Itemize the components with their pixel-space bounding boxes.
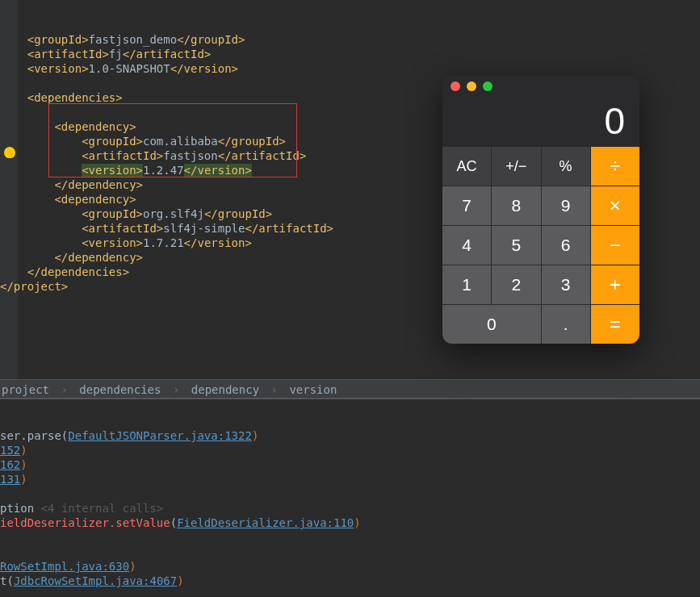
calc-0-button[interactable]: 0	[442, 305, 541, 344]
crumb-project[interactable]: project	[2, 383, 49, 396]
calc-3-button[interactable]: 3	[542, 265, 590, 304]
calc-percent-button[interactable]: %	[542, 147, 590, 186]
calc-equals-button[interactable]: =	[591, 305, 639, 344]
calc-ac-button[interactable]: AC	[442, 147, 491, 186]
calc-divide-button[interactable]: ÷	[591, 147, 639, 186]
calc-keypad: AC +/− % ÷ 7 8 9 × 4 5 6 − 1 2 3 + 0 . =	[442, 147, 639, 344]
crumb-version[interactable]: version	[289, 383, 337, 396]
stacktrace-link[interactable]: 162	[0, 458, 20, 471]
calc-9-button[interactable]: 9	[542, 186, 590, 225]
crumb-dependency[interactable]: dependency	[191, 383, 259, 396]
calc-dot-button[interactable]: .	[542, 305, 590, 344]
stacktrace-link[interactable]: FieldDeserializer.java:110	[177, 516, 354, 529]
calculator-window[interactable]: 0 AC +/− % ÷ 7 8 9 × 4 5 6 − 1 2 3 + 0 .…	[442, 76, 639, 344]
breadcrumb: project › dependencies › dependency › ve…	[0, 379, 700, 399]
calc-minus-button[interactable]: −	[591, 226, 639, 265]
calc-4-button[interactable]: 4	[442, 226, 491, 265]
calc-display: 0	[442, 97, 639, 147]
calc-8-button[interactable]: 8	[492, 186, 540, 225]
crumb-dependencies[interactable]: dependencies	[79, 383, 161, 396]
calc-sign-button[interactable]: +/−	[492, 147, 540, 186]
calc-1-button[interactable]: 1	[442, 265, 491, 304]
minimize-icon[interactable]	[467, 81, 476, 91]
stacktrace-link[interactable]: JdbcRowSetImpl.java:4067	[14, 574, 177, 587]
calc-multiply-button[interactable]: ×	[591, 186, 639, 225]
stacktrace-link[interactable]: 152	[0, 444, 20, 457]
stacktrace-link[interactable]: DefaultJSONParser.java:1322	[68, 429, 252, 442]
calc-5-button[interactable]: 5	[492, 226, 540, 265]
stacktrace-link[interactable]: 131	[0, 473, 20, 486]
calc-6-button[interactable]: 6	[542, 226, 590, 265]
calc-titlebar[interactable]	[442, 76, 639, 97]
stacktrace-link[interactable]: RowSetImpl.java:630	[0, 560, 129, 573]
calc-plus-button[interactable]: +	[591, 265, 639, 304]
console-output: ser.parse(DefaultJSONParser.java:1322) 1…	[0, 399, 700, 588]
calc-2-button[interactable]: 2	[492, 265, 540, 304]
maximize-icon[interactable]	[483, 81, 493, 91]
calc-7-button[interactable]: 7	[442, 186, 491, 225]
code-content: <groupId>fastjson_demo</groupId> <artifa…	[0, 18, 333, 294]
close-icon[interactable]	[451, 81, 460, 91]
